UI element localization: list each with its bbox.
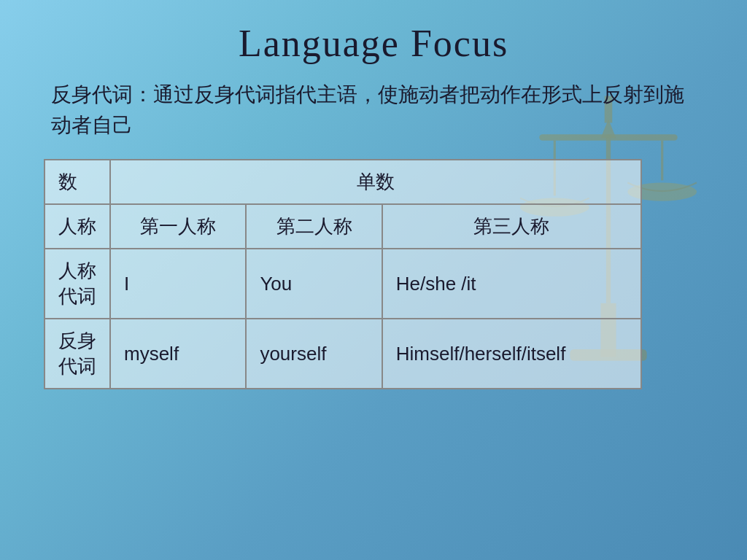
table-reflexive-row: 反身 代词 myself yourself Himself/herself/it… (44, 319, 641, 389)
table-pronoun-row: 人称 代词 I You He/she /it (44, 249, 641, 319)
pronoun-second: You (246, 249, 382, 319)
reflexive-third: Himself/herself/itself (382, 319, 641, 389)
pronoun-row-label: 人称 代词 (44, 249, 110, 319)
slide-title: Language Focus (44, 22, 703, 65)
table-person-row: 人称 第一人称 第二人称 第三人称 (44, 204, 641, 249)
pronoun-first: I (110, 249, 246, 319)
slide-subtitle: 反身代词：通过反身代词指代主语，使施动者把动作在形式上反射到施动者自己 (44, 79, 703, 141)
reflexive-pronouns-table: 数 单数 人称 第一人称 第二人称 第三人称 人称 代词 I You He/sh… (44, 159, 642, 389)
third-person-header: 第三人称 (382, 204, 641, 249)
reflexive-row-label: 反身 代词 (44, 319, 110, 389)
reflexive-second: yourself (246, 319, 382, 389)
header-shu: 数 (44, 160, 110, 204)
second-person-header: 第二人称 (246, 204, 382, 249)
header-danshu: 单数 (110, 160, 641, 204)
table-header-row: 数 单数 (44, 160, 641, 204)
person-label: 人称 (44, 204, 110, 249)
first-person-header: 第一人称 (110, 204, 246, 249)
reflexive-first: myself (110, 319, 246, 389)
pronoun-third: He/she /it (382, 249, 641, 319)
